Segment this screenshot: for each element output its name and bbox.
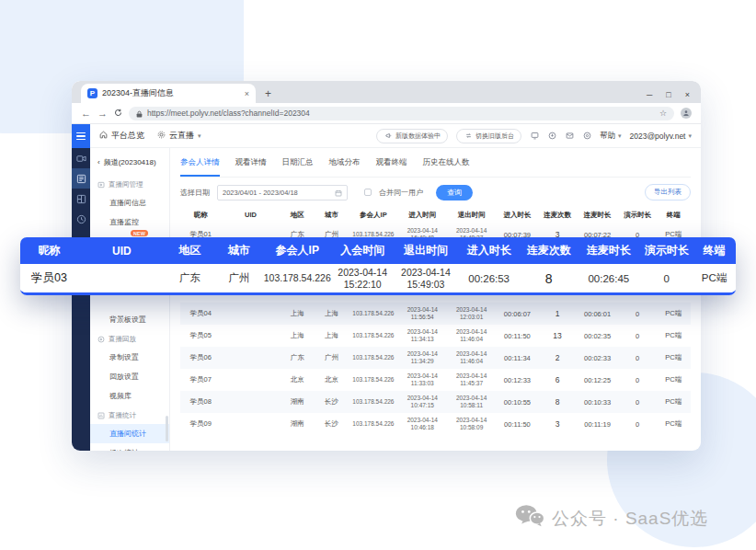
url-bar[interactable]: https://meet.polyv.net/class?channelId=2… [129, 107, 674, 120]
table-row: 学员04上海上海103.178.54.2262023-04-14 11:56:5… [180, 303, 691, 325]
detail-tabs: 参会人详情 观看详情 日期汇总 地域分布 观看终端 历史在线人数 [180, 148, 691, 178]
table-row: 学员05上海上海103.178.54.2262023-04-14 11:34:1… [180, 325, 691, 347]
download-icon[interactable] [547, 132, 556, 141]
window-controls: ─ □ × [647, 90, 701, 103]
layout-icon[interactable] [72, 189, 90, 209]
sidebar-item-live-monitor[interactable]: 直播监控 [90, 212, 169, 232]
chevron-left-icon: ‹ [97, 158, 100, 166]
sidebar-scrollbar[interactable] [166, 416, 168, 441]
forward-icon[interactable]: → [97, 109, 108, 119]
profile-avatar[interactable] [681, 108, 692, 119]
browser-tabstrip: P 202304-直播间信息 × + ─ □ × [72, 81, 701, 103]
new-version-banner-button[interactable]: 新版数据体验中 [376, 129, 448, 143]
minimize-button[interactable]: ─ [647, 90, 652, 99]
table-header: 昵称UID地区城市参会人IP进入时间退出时间进入时长连麦次数连麦时长演示时长终端 [180, 206, 691, 223]
close-button[interactable]: × [685, 90, 690, 99]
help-menu[interactable]: 帮助▾ [600, 131, 622, 142]
magnified-row-callout: 昵称UID地区城市参会人IP入会时间退出时间进入时长连麦次数连麦时长演示时长终端… [20, 237, 736, 295]
nav-platform-overview[interactable]: 平台总览 [99, 130, 144, 142]
nav-product-switcher[interactable]: 云直播 ▾ [157, 130, 201, 142]
service-icon[interactable] [582, 132, 591, 141]
sidebar-item-video-library[interactable]: 视频库 [90, 386, 169, 406]
tab-participant-details[interactable]: 参会人详情 [180, 157, 220, 177]
group-playback: 直播回放 [90, 329, 169, 348]
mail-icon[interactable] [565, 132, 574, 141]
group-statistics: 直播统计 [90, 406, 169, 424]
sidebar: ‹频道(20230418) 直播间管理 直播间信息 直播监控 页面装修NEW 背… [90, 148, 170, 451]
megaphone-icon [384, 132, 393, 141]
date-label: 选择日期 [180, 188, 210, 198]
wechat-icon [515, 504, 544, 533]
list-icon[interactable] [72, 168, 90, 189]
account-menu[interactable]: 2023@polyv.net▾ [630, 132, 692, 141]
sidebar-item-room-info[interactable]: 直播间信息 [90, 193, 169, 212]
tab-title: 202304-直播间信息 [102, 87, 240, 99]
lock-icon [136, 105, 143, 121]
back-icon[interactable]: ← [81, 109, 91, 119]
bookmark-star-icon[interactable]: ☆ [659, 109, 667, 118]
table-row: 学员09湖南长沙103.178.54.2262023-04-14 10:46:1… [180, 413, 691, 435]
tab-view-details[interactable]: 观看详情 [235, 157, 267, 177]
tab-history-online[interactable]: 历史在线人数 [423, 157, 470, 177]
tab-close-icon[interactable]: × [245, 89, 249, 98]
new-badge: NEW [131, 230, 148, 236]
date-range-input[interactable]: 2023/04/01 - 2023/04/18 [217, 185, 348, 201]
sidebar-item-playback-settings[interactable]: 回放设置 [90, 367, 169, 386]
export-list-button[interactable]: 导出列表 [645, 184, 691, 201]
group-live-manage: 直播间管理 [90, 175, 169, 193]
new-tab-button[interactable]: + [265, 87, 271, 103]
channel-back[interactable]: ‹频道(20230418) [90, 155, 169, 175]
history-icon[interactable] [72, 209, 90, 229]
refresh-icon[interactable] [114, 109, 122, 119]
hamburger-menu-icon[interactable] [72, 124, 90, 148]
url-text: https://meet.polyv.net/class?channelId=2… [147, 109, 655, 118]
query-button[interactable]: 查询 [436, 185, 473, 201]
sidebar-item-background[interactable]: 背景板设置 [90, 310, 169, 329]
callout-row: 学员03广东广州103.178.54.2262023-04-14 15:22:1… [20, 264, 736, 292]
app-header: 平台总览 云直播 ▾ 新版数据体验中 切换旧版后台 [90, 124, 701, 148]
tab-view-terminal[interactable]: 观看终端 [376, 157, 407, 177]
merge-user-label: 合并同一用户 [379, 188, 423, 198]
browser-tab[interactable]: P 202304-直播间信息 × [81, 84, 256, 103]
tab-date-summary[interactable]: 日期汇总 [282, 157, 314, 177]
camera-icon[interactable] [72, 148, 90, 168]
sidebar-item-record-settings[interactable]: 录制设置 [90, 348, 169, 367]
watermark: 公众号 · SaaS优选 [515, 504, 708, 533]
swap-icon [464, 132, 473, 141]
calendar-icon [335, 184, 342, 201]
polyv-favicon-icon: P [87, 88, 97, 98]
sidebar-item-room-statistics[interactable]: 直播间统计 [90, 424, 169, 443]
switch-old-version-button[interactable]: 切换旧版后台 [456, 129, 521, 143]
home-icon [99, 131, 108, 141]
table-row: 学员08湖南长沙103.178.54.2262023-04-14 10:47:1… [180, 391, 691, 413]
sidebar-item-session-statistics[interactable]: 场次统计 [90, 443, 169, 451]
table-row: 学员06广东广州103.178.54.2262023-04-14 11:34:2… [180, 347, 691, 369]
page: P 202304-直播间信息 × + ─ □ × ← → https://mee… [0, 0, 756, 550]
tab-region-distribution[interactable]: 地域分布 [329, 157, 361, 177]
browser-toolbar: ← → https://meet.polyv.net/class?channel… [72, 103, 701, 124]
callout-header: 昵称UID地区城市参会人IP入会时间退出时间进入时长连麦次数连麦时长演示时长终端 [20, 237, 736, 264]
monitor-icon[interactable] [530, 132, 539, 141]
merge-user-checkbox[interactable] [364, 189, 372, 196]
gear-icon [157, 131, 166, 141]
filter-bar: 选择日期 2023/04/01 - 2023/04/18 合并同一用户 查询 导… [180, 184, 691, 201]
chevron-down-icon: ▾ [618, 132, 622, 140]
table-row: 学员07北京北京103.178.54.2262023-04-14 11:33:0… [180, 369, 691, 391]
chevron-down-icon: ▾ [198, 132, 201, 140]
main-content: 参会人详情 观看详情 日期汇总 地域分布 观看终端 历史在线人数 选择日期 20… [170, 148, 701, 451]
maximize-button[interactable]: □ [666, 90, 670, 99]
chevron-down-icon: ▾ [688, 132, 692, 140]
